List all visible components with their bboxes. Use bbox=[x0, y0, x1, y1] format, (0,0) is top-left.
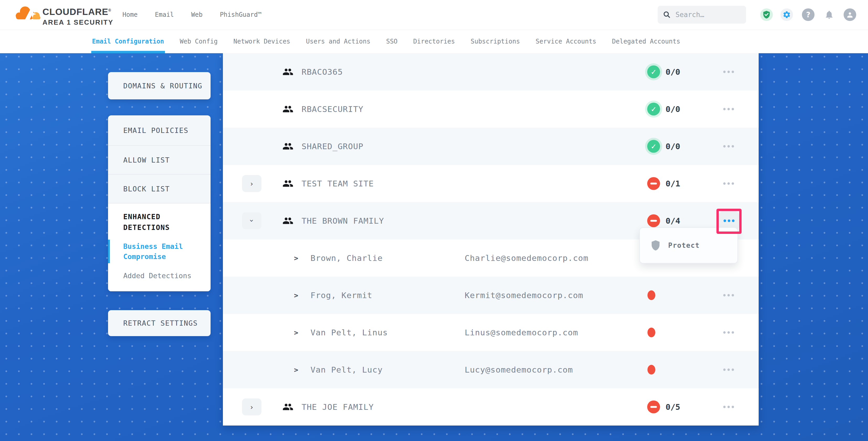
protection-table: RBACO365✓0/0RBACSECURITY✓0/0SHARED_GROUP… bbox=[223, 53, 758, 426]
member-email: Kermit@somedemocorp.com bbox=[465, 290, 583, 300]
settings-sidebar: DOMAINS & ROUTING EMAIL POLICIES ALLOW L… bbox=[108, 72, 211, 336]
sidebar-item-label: DOMAINS & ROUTING bbox=[108, 82, 203, 90]
top-nav-home[interactable]: Home bbox=[122, 11, 138, 18]
member-name: Van Pelt, Linus bbox=[310, 328, 388, 337]
member-caret-icon[interactable]: > bbox=[294, 366, 298, 374]
status-badge-protected: ✓ bbox=[647, 66, 660, 78]
row-menu-button-van-pelt-lucy[interactable] bbox=[720, 366, 737, 374]
tab-subscriptions[interactable]: Subscriptions bbox=[471, 29, 520, 53]
tab-service-accounts[interactable]: Service Accounts bbox=[536, 29, 596, 53]
help-icon[interactable]: ? bbox=[802, 8, 814, 21]
menu-item-protect[interactable]: Protect bbox=[668, 242, 700, 249]
tab-sso[interactable]: SSO bbox=[386, 29, 397, 53]
tab-directories[interactable]: Directories bbox=[413, 29, 455, 53]
top-nav-phishguard[interactable]: PhishGuard™ bbox=[220, 11, 261, 18]
member-name: Frog, Kermit bbox=[310, 290, 372, 300]
status-dot-unprotected bbox=[647, 365, 655, 375]
chevron-icon: › bbox=[250, 180, 253, 187]
table-row-test-team-site: ›TEST TEAM SITE0/1 bbox=[223, 165, 758, 202]
expand-button-test-team-site[interactable]: › bbox=[242, 175, 261, 192]
row-menu-button-frog-kermit[interactable] bbox=[720, 291, 737, 300]
tab-email-configuration[interactable]: Email Configuration bbox=[92, 29, 164, 53]
protected-count: 0/0 bbox=[665, 67, 680, 76]
member-email: Linus@somedemocorp.com bbox=[465, 328, 578, 337]
row-menu-button-rbaco365[interactable] bbox=[720, 68, 737, 76]
sidebar-item-label: ALLOW LIST bbox=[108, 156, 170, 164]
tab-users-and-actions[interactable]: Users and Actions bbox=[306, 29, 371, 53]
top-nav-email[interactable]: Email bbox=[155, 11, 174, 18]
config-tab-bar: Email Configuration Web Config Network D… bbox=[0, 29, 868, 53]
sidebar-item-business-email-compromise[interactable]: Business Email Compromise bbox=[108, 241, 186, 262]
group-icon bbox=[282, 66, 293, 77]
tab-network-devices[interactable]: Network Devices bbox=[234, 29, 290, 53]
minus-icon bbox=[650, 220, 657, 222]
protected-count: 0/5 bbox=[665, 402, 680, 412]
minus-icon bbox=[650, 183, 657, 185]
cloudflare-logo-icon bbox=[15, 4, 44, 26]
row-menu-button-rbacsecurity[interactable] bbox=[720, 105, 737, 114]
enhanced-detections-title[interactable]: ENHANCED DETECTIONS bbox=[108, 211, 189, 233]
table-row-van-pelt-lucy: >Van Pelt, LucyLucy@somedemocorp.com bbox=[223, 351, 758, 388]
gear-icon[interactable] bbox=[780, 8, 793, 21]
row-menu-button-the-joe-family[interactable] bbox=[720, 403, 737, 411]
status-badge-unprotected bbox=[647, 177, 660, 190]
search-box[interactable] bbox=[658, 6, 746, 24]
tab-delegated-accounts[interactable]: Delegated Accounts bbox=[612, 29, 680, 53]
collapse-button-the-brown-family[interactable]: › bbox=[242, 212, 261, 229]
shield-check-icon[interactable] bbox=[760, 8, 773, 21]
sidebar-item-label: RETRACT SETTINGS bbox=[108, 319, 198, 327]
minus-icon bbox=[650, 406, 657, 408]
sidebar-item-label: BLOCK LIST bbox=[108, 185, 170, 193]
sidebar-item-retract-settings[interactable]: RETRACT SETTINGS bbox=[108, 310, 211, 336]
bell-icon[interactable] bbox=[823, 8, 835, 21]
protected-count: 0/1 bbox=[665, 179, 680, 188]
sidebar-item-block-list[interactable]: BLOCK LIST bbox=[108, 175, 211, 203]
member-caret-icon[interactable]: > bbox=[294, 291, 298, 300]
group-name: RBACO365 bbox=[302, 67, 343, 76]
sidebar-item-label: EMAIL POLICIES bbox=[108, 126, 189, 134]
check-icon: ✓ bbox=[651, 105, 657, 113]
group-icon bbox=[282, 215, 293, 226]
row-menu-button-van-pelt-linus[interactable] bbox=[720, 328, 737, 337]
account-icon[interactable] bbox=[844, 8, 856, 21]
sidebar-item-domains-routing[interactable]: DOMAINS & ROUTING bbox=[108, 72, 211, 99]
status-badge-unprotected bbox=[647, 215, 660, 227]
sidebar-item-email-policies[interactable]: EMAIL POLICIES bbox=[108, 115, 211, 146]
member-email: Charlie@somedemocorp.com bbox=[465, 253, 588, 263]
status-dot-unprotected bbox=[647, 290, 655, 300]
brand-text: CLOUDFLARE® AREA 1 SECURITY bbox=[42, 5, 114, 27]
group-icon bbox=[282, 103, 293, 115]
group-name: THE BROWN FAMILY bbox=[302, 216, 384, 225]
group-icon bbox=[282, 178, 293, 189]
tab-web-config[interactable]: Web Config bbox=[180, 29, 218, 53]
check-icon: ✓ bbox=[651, 68, 657, 76]
status-badge-protected: ✓ bbox=[647, 140, 660, 153]
search-input[interactable] bbox=[675, 10, 736, 19]
row-menu-button-shared-group[interactable] bbox=[720, 142, 737, 151]
chevron-icon: › bbox=[250, 404, 253, 411]
brand-subtitle: AREA 1 SECURITY bbox=[42, 18, 114, 27]
group-name: SHARED_GROUP bbox=[302, 141, 364, 151]
group-icon bbox=[282, 141, 293, 152]
member-email: Lucy@somedemocorp.com bbox=[465, 365, 573, 374]
chevron-icon: › bbox=[248, 219, 255, 222]
protected-count: 0/0 bbox=[665, 104, 680, 114]
member-caret-icon[interactable]: > bbox=[294, 254, 298, 262]
member-caret-icon[interactable]: > bbox=[294, 328, 298, 337]
status-dot-unprotected bbox=[647, 328, 655, 338]
annotation-highlight-box bbox=[716, 209, 742, 234]
protected-count: 0/0 bbox=[665, 141, 680, 151]
table-row-shared-group: SHARED_GROUP✓0/0 bbox=[223, 128, 758, 165]
table-row-frog-kermit: >Frog, KermitKermit@somedemocorp.com bbox=[223, 277, 758, 314]
protected-count: 0/4 bbox=[665, 216, 680, 225]
sidebar-item-allow-list[interactable]: ALLOW LIST bbox=[108, 146, 211, 175]
search-icon bbox=[663, 11, 671, 19]
group-name: THE JOE FAMILY bbox=[302, 402, 374, 412]
sidebar-item-added-detections[interactable]: Added Detections bbox=[108, 271, 211, 281]
expand-button-the-joe-family[interactable]: › bbox=[242, 399, 261, 416]
row-menu-button-test-team-site[interactable] bbox=[720, 179, 737, 188]
brand-title: CLOUDFLARE bbox=[42, 6, 108, 17]
status-badge-protected: ✓ bbox=[647, 103, 660, 116]
top-nav-web[interactable]: Web bbox=[191, 11, 203, 18]
member-name: Van Pelt, Lucy bbox=[310, 365, 382, 374]
